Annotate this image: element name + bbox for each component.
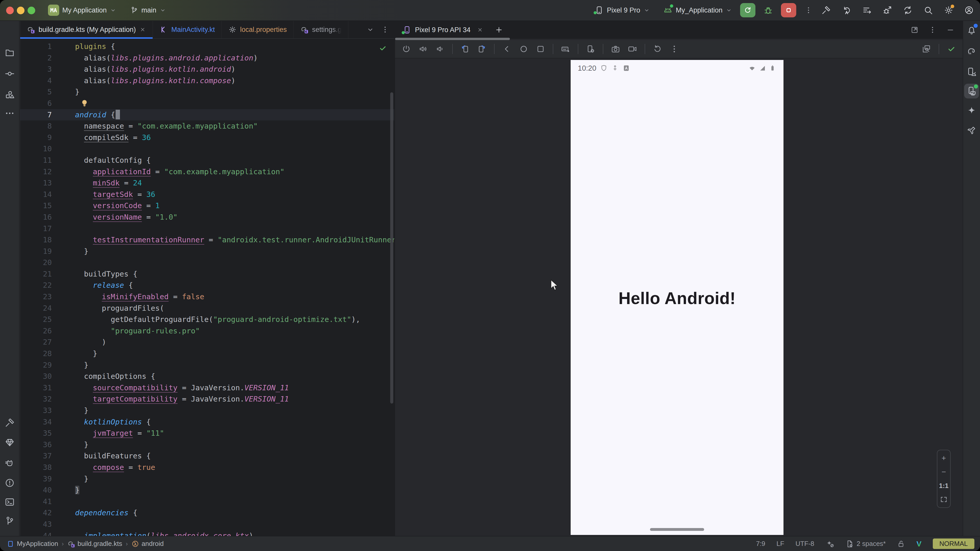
gradle-sync-button[interactable]	[903, 5, 913, 15]
run-configuration-selector[interactable]: My_Application	[663, 0, 732, 21]
code-line[interactable]: 23 isMinifyEnabled = false	[20, 291, 394, 303]
power-button[interactable]	[402, 44, 411, 54]
zoom-out-button[interactable]: −	[942, 468, 946, 476]
open-in-new-button[interactable]	[911, 26, 919, 34]
tool-button-problems[interactable]	[2, 475, 17, 490]
rotate-left-button[interactable]	[460, 44, 469, 54]
device-nav-handle[interactable]	[650, 528, 704, 531]
account-button[interactable]	[964, 5, 974, 15]
device-settings-button[interactable]	[586, 44, 595, 54]
screenshot-camera-button[interactable]	[611, 44, 620, 54]
tool-button-git-branch[interactable]	[2, 513, 17, 528]
zoom-ratio-button[interactable]: 1:1	[939, 481, 948, 490]
panel-drag-handle[interactable]	[395, 38, 510, 40]
keyboard-button[interactable]	[561, 44, 570, 54]
back-button[interactable]	[502, 44, 511, 54]
attach-debugger-button[interactable]	[883, 5, 892, 15]
code-line[interactable]: 14 targetSdk = 36	[20, 189, 394, 200]
search-button[interactable]	[923, 5, 933, 15]
code-line[interactable]: 25 getDefaultProguardFile("proguard-andr…	[20, 314, 394, 325]
indent-setting[interactable]: 2 spaces*	[845, 540, 886, 548]
code-line[interactable]: 2 alias(libs.plugins.android.application…	[20, 52, 394, 64]
vcs-branch-selector[interactable]: main	[130, 0, 166, 21]
tool-button-commit[interactable]	[2, 66, 17, 81]
breadcrumb-item[interactable]: android	[131, 540, 164, 548]
build-hammer-button[interactable]	[821, 5, 831, 15]
code-line[interactable]: 31 sourceCompatibility = JavaVersion.VER…	[20, 382, 394, 394]
volume-up-button[interactable]	[418, 44, 428, 54]
minimize-button[interactable]	[946, 26, 955, 34]
code-line[interactable]: 29 }	[20, 359, 394, 371]
code-line[interactable]: 10	[20, 143, 394, 155]
editor-tab[interactable]: build.gradle.kts (My Application)	[20, 21, 153, 38]
tool-button-gradle-elephant[interactable]	[964, 44, 979, 59]
tab-options-button[interactable]	[381, 25, 389, 34]
zoom-in-button[interactable]: +	[942, 454, 946, 462]
home-button[interactable]	[519, 44, 528, 54]
device-selector[interactable]: Pixel 9 Pro	[595, 0, 650, 21]
code-line[interactable]: 34 kotlinOptions {	[20, 416, 394, 428]
code-line[interactable]: 13 minSdk = 24	[20, 177, 394, 189]
file-lock-icon[interactable]	[897, 540, 905, 548]
hidden-tabs-button[interactable]	[366, 25, 374, 34]
tool-button-running-devices[interactable]	[964, 84, 979, 98]
code-line[interactable]: 21 buildTypes {	[20, 268, 394, 280]
code-line[interactable]: 32 targetCompatibility = JavaVersion.VER…	[20, 393, 394, 405]
code-line[interactable]: 38 compose = true	[20, 462, 394, 473]
code-line[interactable]: 6	[20, 98, 394, 109]
close-window-button[interactable]	[6, 6, 14, 14]
device-tab[interactable]: Pixel 9 Pro API 34	[395, 25, 491, 34]
run-more-options-button[interactable]	[802, 6, 815, 14]
tool-button-gemini-sparkle[interactable]	[964, 103, 979, 118]
code-line[interactable]: 7android {	[20, 109, 394, 121]
tool-button-build-hammer[interactable]	[2, 415, 17, 430]
code-line[interactable]: 16 versionName = "1.0"	[20, 211, 394, 223]
breadcrumb-item[interactable]: MyApplication	[6, 540, 58, 548]
code-line[interactable]: 3 alias(libs.plugins.kotlin.android)	[20, 64, 394, 75]
editor-tab[interactable]: settings.g	[294, 21, 348, 38]
code-line[interactable]: 42dependencies {	[20, 507, 394, 519]
file-encoding[interactable]: UTF-8	[795, 540, 815, 548]
add-device-tab-button[interactable]	[491, 25, 507, 34]
code-line[interactable]: 22 release {	[20, 279, 394, 291]
minimize-window-button[interactable]	[17, 6, 24, 14]
code-line[interactable]: 36 }	[20, 439, 394, 451]
code-line[interactable]: 15 versionCode = 1	[20, 200, 394, 211]
rerun-button[interactable]	[740, 3, 756, 17]
code-editor[interactable]: 1plugins {2 alias(libs.plugins.android.a…	[20, 41, 394, 536]
code-line[interactable]: 5}	[20, 86, 394, 98]
code-line[interactable]: 33 }	[20, 405, 394, 416]
code-line[interactable]: 19 }	[20, 246, 394, 257]
close-icon[interactable]	[477, 27, 484, 33]
code-line[interactable]: 18 testInstrumentationRunner = "androidx…	[20, 234, 394, 246]
code-line[interactable]: 24 proguardFiles(	[20, 303, 394, 314]
tool-button-notifications-bell[interactable]	[964, 23, 979, 38]
code-line[interactable]: 12 applicationId = "com.example.myapplic…	[20, 166, 394, 178]
code-line[interactable]: 1plugins {	[20, 41, 394, 52]
code-line[interactable]: 27 )	[20, 337, 394, 348]
device-screen[interactable]: 10:20 Hello Android!	[571, 60, 783, 535]
tool-button-device-manager[interactable]	[964, 65, 979, 79]
fit-to-window-button[interactable]	[940, 495, 948, 504]
ai-assistant-status-icon[interactable]	[826, 540, 834, 548]
intention-bulb-icon[interactable]	[80, 98, 89, 108]
line-separator[interactable]: LF	[776, 540, 784, 548]
code-line[interactable]: 4 alias(libs.plugins.kotlin.compose)	[20, 75, 394, 86]
layout-inspector-button[interactable]	[922, 44, 931, 54]
editor-scrollbar[interactable]	[390, 92, 393, 403]
vim-plugin-icon[interactable]: V	[916, 540, 921, 548]
debug-button[interactable]	[762, 5, 775, 15]
code-line[interactable]: 8 namespace = "com.example.myapplication…	[20, 121, 394, 132]
code-line[interactable]: 17	[20, 223, 394, 234]
stop-button[interactable]	[781, 3, 796, 17]
volume-down-button[interactable]	[435, 44, 445, 54]
more-vertical-button[interactable]	[670, 44, 679, 54]
code-line[interactable]: 11 defaultConfig {	[20, 155, 394, 166]
zoom-window-button[interactable]	[27, 6, 35, 14]
editor-tab[interactable]: MainActivity.kt	[153, 21, 222, 38]
tool-button-more-horizontal[interactable]	[2, 106, 17, 121]
code-line[interactable]: 20	[20, 257, 394, 268]
apply-changes-button[interactable]	[842, 5, 851, 15]
code-line[interactable]: 41	[20, 496, 394, 507]
breadcrumb-item[interactable]: build.gradle.kts	[67, 540, 122, 548]
